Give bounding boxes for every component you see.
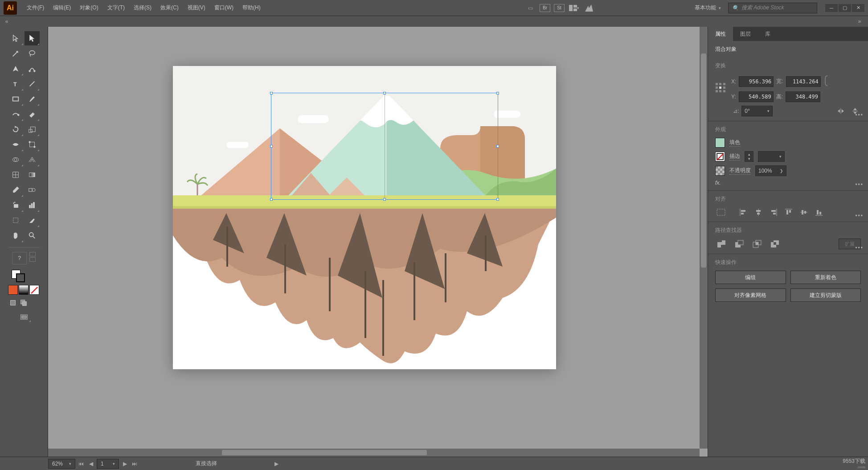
zoom-level-dropdown[interactable]: 62% ▾ — [48, 459, 75, 469]
fx-button[interactable]: fx. — [715, 180, 721, 186]
graph-tool[interactable] — [25, 198, 40, 212]
pen-tool[interactable] — [8, 62, 24, 76]
menu-window[interactable]: 窗口(W) — [210, 0, 238, 16]
x-input[interactable] — [739, 76, 774, 87]
shape-builder-tool[interactable] — [8, 153, 24, 167]
width-tool[interactable] — [8, 137, 24, 152]
first-artboard-button[interactable]: ⏮ — [77, 459, 85, 468]
gradient-mode-button[interactable] — [19, 285, 29, 295]
prev-artboard-button[interactable]: ◀ — [87, 459, 95, 468]
lasso-tool[interactable] — [25, 46, 40, 61]
recolor-button[interactable]: 重新着色 — [790, 271, 861, 284]
paintbrush-tool[interactable] — [25, 92, 40, 106]
color-mode-button[interactable] — [8, 285, 18, 295]
align-vcenter-button[interactable] — [798, 207, 810, 217]
window-close-button[interactable]: ✕ — [852, 4, 864, 12]
tab-layers[interactable]: 图层 — [733, 27, 758, 41]
y-input[interactable] — [739, 91, 774, 102]
align-more-button[interactable]: ••• — [855, 213, 864, 219]
last-artboard-button[interactable]: ⏭ — [131, 459, 139, 468]
group-button[interactable]: 编组 — [715, 271, 786, 284]
align-hcenter-button[interactable] — [753, 207, 764, 217]
line-tool[interactable] — [25, 77, 40, 91]
rectangle-tool[interactable] — [8, 92, 24, 106]
appearance-more-button[interactable]: ••• — [855, 181, 864, 188]
stroke-label[interactable]: 描边 — [729, 153, 740, 161]
draw-normal-button[interactable] — [8, 298, 18, 307]
menu-object[interactable]: 对象(O) — [75, 0, 102, 16]
window-maximize-button[interactable]: ▢ — [839, 4, 851, 12]
curvature-tool[interactable] — [25, 62, 40, 76]
scale-tool[interactable] — [25, 122, 40, 136]
fill-label[interactable]: 填色 — [729, 139, 740, 147]
selection-tool[interactable] — [8, 31, 24, 45]
reference-point-selector[interactable] — [715, 82, 727, 94]
artboard-number-input[interactable]: 1▾ — [97, 459, 119, 469]
shaper-tool[interactable] — [8, 107, 24, 121]
slice-tool[interactable] — [25, 213, 40, 227]
align-left-button[interactable] — [737, 207, 749, 217]
stroke-color-swatch[interactable] — [715, 152, 725, 161]
align-mode-button[interactable] — [715, 207, 727, 217]
menu-type[interactable]: 文字(T) — [103, 0, 129, 16]
type-tool[interactable]: T — [8, 77, 24, 91]
vertical-scrollbar[interactable] — [700, 27, 708, 449]
eraser-tool[interactable] — [25, 107, 40, 121]
opacity-swatch[interactable] — [715, 166, 725, 176]
gpu-icon[interactable] — [583, 3, 595, 13]
workspace-switcher[interactable]: 基本功能 ▾ — [691, 3, 725, 13]
fill-color-swatch[interactable] — [715, 138, 725, 148]
height-input[interactable] — [786, 91, 820, 102]
tab-properties[interactable]: 属性 — [708, 27, 733, 41]
next-artboard-button[interactable]: ▶ — [121, 459, 129, 468]
align-right-button[interactable] — [768, 207, 779, 217]
align-top-button[interactable] — [783, 207, 794, 217]
selection-box[interactable] — [271, 93, 498, 200]
pathfinder-unite-button[interactable] — [715, 239, 728, 249]
fill-stroke-swap-icon[interactable] — [29, 252, 36, 256]
menu-select[interactable]: 选择(S) — [129, 0, 156, 16]
stroke-swatch[interactable] — [16, 273, 25, 282]
direct-selection-tool[interactable] — [25, 31, 40, 45]
canvas-area[interactable]: 未标题-1.ai @ 62% (RGB/GPU 预览) × — [48, 27, 708, 457]
menu-view[interactable]: 视图(V) — [183, 0, 210, 16]
stroke-weight-stepper[interactable]: ▴▾ — [745, 151, 753, 162]
eyedropper-tool[interactable] — [8, 183, 24, 197]
test-screen-icon[interactable]: ▭ — [524, 3, 536, 13]
rotate-input[interactable]: 0° ▾ — [741, 106, 773, 116]
pathfinder-minus-front-button[interactable] — [733, 239, 745, 249]
menu-effect[interactable]: 效果(C) — [156, 0, 183, 16]
perspective-tool[interactable] — [25, 153, 40, 167]
make-clip-mask-button[interactable]: 建立剪切蒙版 — [790, 289, 861, 302]
mesh-tool[interactable] — [8, 168, 24, 182]
width-input[interactable] — [786, 76, 821, 87]
none-mode-button[interactable] — [29, 285, 39, 295]
horizontal-scrollbar[interactable] — [48, 449, 700, 457]
menu-edit[interactable]: 编辑(E) — [49, 0, 75, 16]
opacity-input[interactable]: 100% ❯ — [755, 165, 786, 176]
align-pixel-grid-button[interactable]: 对齐像素网格 — [715, 289, 786, 302]
gradient-tool[interactable] — [25, 168, 40, 182]
stock-icon[interactable]: St — [554, 4, 565, 12]
stock-search-input[interactable]: 🔍 搜索 Adobe Stock — [728, 3, 817, 13]
artboard-tool[interactable] — [8, 213, 24, 227]
flip-horizontal-button[interactable] — [835, 106, 847, 116]
link-dimensions-icon[interactable] — [823, 74, 831, 89]
zoom-tool[interactable] — [25, 228, 40, 243]
screen-mode-button[interactable] — [17, 312, 31, 322]
collapse-panels-button[interactable]: » — [855, 18, 868, 25]
draw-behind-button[interactable] — [19, 298, 29, 307]
bridge-icon[interactable]: Br — [540, 4, 550, 12]
collapse-toolbar-button[interactable]: « — [0, 18, 13, 25]
opacity-label[interactable]: 不透明度 — [729, 167, 751, 175]
hand-tool[interactable] — [8, 228, 24, 243]
align-bottom-button[interactable] — [813, 207, 825, 217]
stroke-weight-input[interactable]: ▾ — [758, 151, 785, 162]
menu-file[interactable]: 文件(F) — [22, 0, 49, 16]
status-flyout-button[interactable]: ▶ — [272, 459, 280, 468]
magic-wand-tool[interactable] — [8, 46, 24, 61]
tab-libraries[interactable]: 库 — [758, 27, 778, 41]
edit-toolbar-button[interactable]: ? — [12, 252, 27, 264]
symbol-sprayer-tool[interactable] — [8, 198, 24, 212]
free-transform-tool[interactable] — [25, 137, 40, 152]
